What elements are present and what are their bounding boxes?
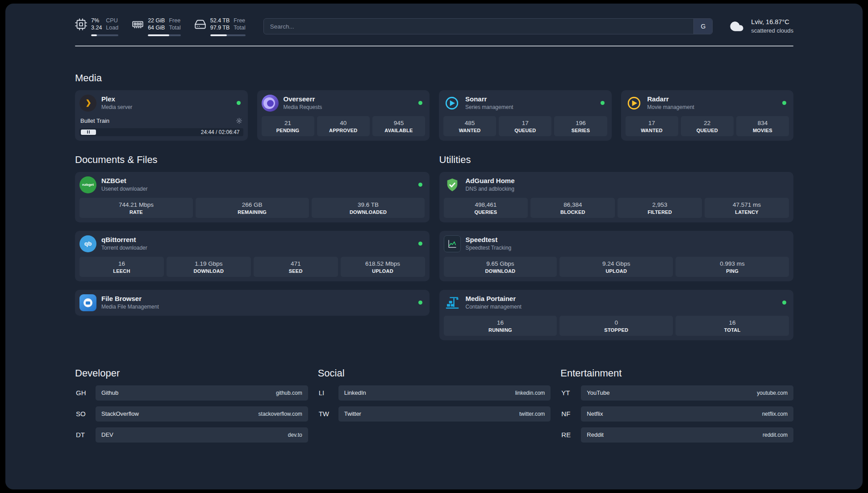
stat-tile-queries: 498,461 QUERIES: [444, 198, 528, 218]
app-card-nzbget[interactable]: nzbget NZBGet Usenet downloader 744.21 M…: [75, 172, 430, 222]
cpu-load-value: 3.24: [91, 24, 102, 31]
stat-tile-leech: 16 LEECH: [79, 257, 164, 277]
stat-label: LEECH: [81, 268, 162, 274]
stat-tile-queued: 17 QUEUED: [499, 116, 551, 136]
bookmark-link-dev[interactable]: DEV dev.to: [96, 427, 308, 443]
cpu-stat: 7% 3.24 CPU Load: [75, 17, 118, 36]
ram-total-label: Total: [169, 24, 180, 31]
bookmark-row-dev: DT DEV dev.to: [75, 427, 308, 443]
ram-stat: 22 GiB 64 GiB Free Total: [132, 17, 181, 36]
documents-section-title: Documents & Files: [75, 154, 430, 166]
bookmark-row-github: GH Github github.com: [75, 385, 308, 401]
stat-label: DOWNLOADED: [313, 209, 423, 215]
stat-label: UPLOAD: [342, 268, 423, 274]
stat-value: 39.6 TB: [313, 201, 423, 208]
cpu-chip-icon: [75, 18, 87, 30]
pause-button[interactable]: [81, 130, 96, 135]
section-developer: Developer GH Github github.com SO StackO…: [75, 368, 308, 448]
status-dot: [237, 101, 241, 105]
bookmark-name: Twitter: [344, 410, 361, 417]
app-card-overseerr[interactable]: Overseerr Media Requests 21 PENDING 40 A…: [257, 90, 430, 141]
cpu-usage-value: 7%: [91, 17, 102, 24]
hard-drive-icon: [194, 18, 206, 30]
cpu-progress-fill: [91, 34, 97, 36]
stat-tile-latency: 47.571 ms LATENCY: [705, 198, 789, 218]
bookmark-url: netflix.com: [762, 411, 788, 417]
radarr-icon: [626, 95, 643, 112]
app-card-qbittorrent[interactable]: qb qBittorrent Torrent downloader 16 LEE…: [75, 231, 430, 281]
adguard-shield-icon: [444, 176, 461, 193]
portainer-icon: [444, 294, 461, 311]
bookmark-link-linkedin[interactable]: LinkedIn linkedin.com: [338, 385, 551, 401]
stat-tile-total: 16 TOTAL: [676, 316, 789, 336]
cpu-label: CPU: [106, 17, 118, 24]
search-engine-button[interactable]: G: [693, 19, 712, 34]
bookmark-name: LinkedIn: [344, 389, 366, 396]
stat-value: 744.21 Mbps: [81, 201, 191, 208]
status-dot: [418, 183, 422, 187]
bookmark-name: YouTube: [587, 389, 609, 396]
stat-value: 0.993 ms: [677, 260, 787, 267]
app-card-speedtest[interactable]: Speedtest Speedtest Tracking 9.65 Gbps D…: [439, 231, 794, 281]
ram-free-label: Free: [169, 17, 180, 24]
header-divider: [75, 46, 793, 46]
status-dot: [782, 101, 786, 105]
stat-label: QUEUED: [683, 128, 732, 133]
app-subtitle: Torrent downloader: [101, 245, 147, 251]
stat-tile-downloaded: 39.6 TB DOWNLOADED: [312, 198, 425, 218]
stat-tile-queued: 22 QUEUED: [681, 116, 734, 136]
stat-value: 834: [738, 120, 787, 126]
stat-value: 86,384: [532, 201, 613, 208]
section-entertainment: Entertainment YT YouTube youtube.com NF …: [560, 368, 793, 448]
stat-value: 40: [319, 120, 368, 126]
app-card-portainer[interactable]: Media Portainer Container management 16 …: [439, 290, 794, 340]
media-progress-bar[interactable]: 24:44 / 02:06:47: [79, 128, 243, 136]
search-input[interactable]: [264, 23, 694, 30]
bookmark-link-stackoverflow[interactable]: StackOverflow stackoverflow.com: [96, 406, 308, 422]
disk-stat: 52.4 TB 97.9 TB Free Total: [194, 17, 246, 36]
stat-tile-approved: 40 APPROVED: [317, 116, 370, 136]
app-card-plex[interactable]: Plex Media server Bullet Train: [75, 90, 248, 141]
stat-tile-rate: 744.21 Mbps RATE: [79, 198, 193, 218]
stat-label: WANTED: [627, 128, 676, 133]
app-card-radarr[interactable]: Radarr Movie management 17 WANTED 22 QUE…: [621, 90, 794, 141]
app-subtitle: Series management: [465, 104, 513, 111]
gear-icon[interactable]: [236, 117, 242, 124]
stat-label: QUEUED: [501, 128, 550, 133]
disk-progress-bar: [210, 34, 246, 36]
stat-tile-running: 16 RUNNING: [444, 316, 557, 336]
filebrowser-icon: [79, 294, 96, 311]
bookmark-link-netflix[interactable]: Netflix netflix.com: [581, 406, 793, 422]
stat-value: 485: [445, 120, 494, 126]
app-subtitle: Container management: [466, 304, 522, 310]
bookmark-link-github[interactable]: Github github.com: [96, 385, 308, 401]
ram-total-value: 64 GiB: [148, 24, 165, 31]
bookmark-abbr: SO: [75, 410, 96, 418]
app-card-adguard[interactable]: AdGuard Home DNS and adblocking 498,461 …: [439, 172, 794, 222]
stat-tile-upload: 618.52 Mbps UPLOAD: [341, 257, 425, 277]
disk-free-value: 52.4 TB: [210, 17, 230, 24]
stat-value: 17: [501, 120, 550, 126]
bookmark-link-twitter[interactable]: Twitter twitter.com: [338, 406, 551, 422]
bookmark-link-youtube[interactable]: YouTube youtube.com: [581, 385, 793, 401]
utilities-section-title: Utilities: [439, 154, 794, 166]
bookmark-abbr: LI: [318, 389, 338, 397]
bookmark-name: DEV: [101, 431, 113, 438]
app-card-filebrowser[interactable]: File Browser Media File Management: [75, 290, 430, 316]
disk-free-label: Free: [234, 17, 245, 24]
stat-tile-pending: 21 PENDING: [262, 116, 314, 136]
entertainment-section-title: Entertainment: [560, 368, 793, 379]
weather-widget[interactable]: Lviv, 16.87°C scattered clouds: [728, 18, 793, 34]
stat-label: STOPPED: [561, 327, 671, 333]
stat-value: 945: [374, 120, 423, 126]
stat-tile-wanted: 485 WANTED: [443, 116, 496, 136]
now-playing-title: Bullet Train: [80, 117, 109, 124]
app-subtitle: Media Requests: [284, 104, 322, 111]
app-card-sonarr[interactable]: Sonarr Series management 485 WANTED 17 Q…: [439, 90, 612, 141]
stat-value: 9.24 Gbps: [561, 260, 671, 267]
stat-label: DOWNLOAD: [446, 268, 555, 274]
stat-value: 196: [556, 120, 605, 126]
bookmark-row-netflix: NF Netflix netflix.com: [560, 406, 793, 422]
bookmark-link-reddit[interactable]: Reddit reddit.com: [581, 427, 793, 443]
app-subtitle: Speedtest Tracking: [466, 245, 512, 251]
